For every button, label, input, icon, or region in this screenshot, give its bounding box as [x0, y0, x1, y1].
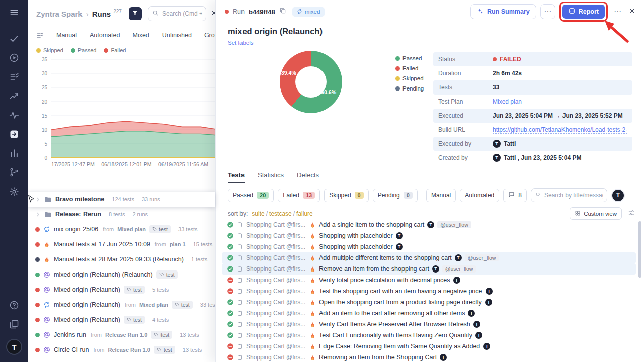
breadcrumb-project[interactable]: Zyntra Spark: [36, 10, 83, 18]
tab-tests[interactable]: Tests: [228, 171, 245, 183]
run-name: mixed origin (Relaunch): [54, 301, 120, 308]
pass-icon: [227, 243, 234, 250]
runs-tab-mixed[interactable]: Mixed: [132, 32, 149, 39]
sidebar-item-import-run-icon[interactable]: [4, 126, 24, 145]
test-row[interactable]: Shopping Cart @firs... Add an item to th…: [222, 308, 636, 319]
test-row[interactable]: Shopping Cart @firs... Remove an item fr…: [222, 263, 636, 275]
sidebar-item-test-list-icon[interactable]: [4, 68, 24, 87]
sidebar-item-projects-icon[interactable]: [4, 316, 24, 335]
run-status-dot: [35, 257, 40, 262]
summary-more-button[interactable]: ⋯: [540, 4, 555, 19]
sort-by-failure[interactable]: failure: [296, 210, 313, 217]
run-row[interactable]: Mixed origin (Relaunch) test 5 tests: [28, 282, 215, 297]
chart-y-tick: 35: [37, 57, 47, 62]
run-plan-name: Mixed plan: [117, 226, 146, 232]
comments-filter-button[interactable]: 8: [503, 189, 527, 202]
test-title: Open the shopping cart from a product li…: [319, 299, 482, 306]
run-row[interactable]: mixed origin (Relaunch) fromMixed plan t…: [28, 297, 215, 312]
sidebar-item-play-circle-icon[interactable]: [4, 49, 24, 68]
run-more-button[interactable]: ⋯: [612, 7, 623, 16]
test-row[interactable]: Shopping Cart @firs... Add a single item…: [222, 219, 636, 230]
run-type-badge[interactable]: mixed: [292, 7, 325, 17]
run-row[interactable]: Mixed origin (Relaunch) test 4 tests: [28, 312, 215, 327]
test-badge: test: [124, 316, 145, 324]
runs-tab-automated[interactable]: Automated: [90, 32, 120, 39]
tab-statistics[interactable]: Statistics: [258, 171, 284, 183]
copy-run-id-button[interactable]: [279, 7, 286, 16]
breadcrumb-section[interactable]: Runs: [92, 10, 111, 18]
run-tests-count: 15 tests: [193, 241, 213, 247]
filter-failed[interactable]: Failed13: [278, 189, 320, 202]
sidebar-item-gear-icon[interactable]: [4, 183, 24, 202]
run-row[interactable]: mixed origin (Relaunch) (Relaunch) test: [28, 267, 215, 282]
test-badge: test: [151, 331, 172, 339]
test-row[interactable]: Shopping Cart @firs... Shopping with pla…: [222, 241, 636, 252]
report-button[interactable]: Report: [562, 5, 605, 19]
legend-dot: [104, 48, 108, 53]
run-row[interactable]: Circle CI run fromRelease Run 1.0 test 1…: [28, 342, 215, 357]
detail-label: Tests: [438, 84, 493, 91]
test-row[interactable]: Shopping Cart @firs... Edge Case: Removi…: [222, 341, 636, 352]
close-run-button[interactable]: [627, 7, 637, 17]
test-row[interactable]: Shopping Cart @firs... Verify total pric…: [222, 275, 636, 286]
chevron-right-icon[interactable]: [35, 212, 41, 217]
run-row[interactable]: Manual tests at 17 Jun 2025 10:09 frompl…: [28, 237, 215, 252]
filter-skipped[interactable]: Skipped0: [324, 189, 369, 202]
group-tests-count: 124 tests: [112, 196, 134, 202]
filter-automated[interactable]: Automated: [460, 189, 499, 202]
sidebar-top-icons: [4, 4, 24, 202]
avatar: T: [475, 332, 482, 339]
custom-view-button[interactable]: Custom view: [570, 207, 622, 220]
sidebar-item-analytics-icon[interactable]: [4, 145, 24, 164]
run-row[interactable]: Manual tests at 28 Mar 2025 09:33 (Relau…: [28, 252, 215, 267]
user-avatar[interactable]: T: [6, 339, 22, 355]
cycle-icon: [43, 301, 50, 308]
avatar: T: [473, 321, 480, 328]
filter-passed[interactable]: Passed20: [228, 189, 274, 202]
sidebar-item-help-icon[interactable]: [4, 297, 24, 316]
tests-search-input[interactable]: [544, 192, 603, 199]
chart-y-tick: 5: [37, 141, 47, 147]
test-row[interactable]: Shopping Cart @firs... Shopping with pla…: [222, 230, 636, 241]
test-row[interactable]: Shopping Cart @firs... Open the shopping…: [222, 297, 636, 308]
filter-pending[interactable]: Pending0: [373, 189, 418, 202]
tab-defects[interactable]: Defects: [297, 171, 319, 183]
test-row[interactable]: Shopping Cart @firs... Removing an Item …: [222, 352, 636, 362]
play-circle-icon: [9, 53, 19, 65]
sidebar-item-trend-icon[interactable]: [4, 87, 24, 107]
tests-scrollbar[interactable]: [638, 221, 641, 278]
group-name: Release: Rerun: [55, 211, 101, 218]
filter-button[interactable]: [129, 7, 142, 20]
sidebar-item-branch-icon[interactable]: [4, 164, 24, 183]
detail-link[interactable]: https://github.com/TetianaKhomenko/Load-…: [493, 126, 627, 134]
runs-tab-unfinished[interactable]: Unfinished: [162, 32, 192, 39]
sidebar-item-pulse-icon[interactable]: [4, 107, 24, 126]
run-group-row[interactable]: Bravo milestone 124 tests 33 runs: [28, 192, 215, 207]
runs-tab-manual[interactable]: Manual: [56, 32, 77, 39]
filter-manual[interactable]: Manual: [426, 189, 456, 202]
chevron-right-icon[interactable]: [35, 197, 41, 202]
sort-by-testcase[interactable]: testcase: [269, 210, 292, 217]
sort-by-suite[interactable]: suite: [252, 210, 264, 217]
test-row[interactable]: Shopping Cart @firs... Test Cart Functio…: [222, 330, 636, 341]
run-detail-panel: Run b449ff48 mixed Run Summary ⋯ Report …: [215, 0, 644, 362]
search-icon: [535, 191, 541, 200]
detail-link[interactable]: Mixed plan: [493, 98, 522, 105]
test-row[interactable]: Shopping Cart @firs... Add multiple diff…: [222, 252, 636, 263]
view-settings-button[interactable]: [628, 209, 635, 218]
set-labels-link[interactable]: Set labels: [228, 40, 254, 46]
run-row[interactable]: Jenkins run fromRelease Run 1.0 test 13 …: [28, 327, 215, 342]
sidebar-item-check-icon[interactable]: [4, 30, 24, 49]
test-row[interactable]: Shopping Cart @firs... Verify Cart Items…: [222, 319, 636, 330]
run-group-row[interactable]: Release: Rerun 8 tests 2 runs: [28, 207, 215, 222]
assignee-avatar[interactable]: T: [611, 189, 625, 202]
test-row[interactable]: Shopping Cart @firs... Test the shopping…: [222, 286, 636, 297]
fire-icon: [309, 299, 316, 306]
run-from-label: from: [155, 241, 166, 247]
funnel-icon: [132, 9, 138, 18]
test-tag: @user_flow: [442, 265, 476, 273]
run-summary-button[interactable]: Run Summary: [470, 4, 536, 19]
sidebar-item-menu-icon[interactable]: [4, 4, 24, 23]
runs-search-input[interactable]: [162, 10, 202, 17]
run-row[interactable]: mix origin 25/06 fromMixed plan test 33 …: [28, 222, 215, 237]
